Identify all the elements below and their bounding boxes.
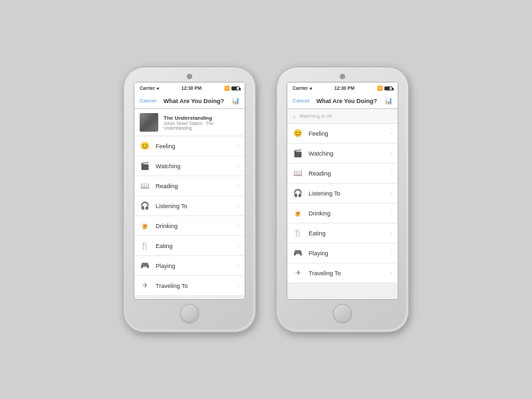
list-item[interactable]: 🎧 Listening To › xyxy=(134,196,245,216)
list-item-left: 🍺 Drinking xyxy=(140,221,178,230)
list-item-left: 🎧 Listening To xyxy=(140,201,188,210)
list-item[interactable]: 📖 Reading › xyxy=(134,176,245,196)
chevron-right-icon: › xyxy=(237,183,239,189)
list-item[interactable]: ✈ Traveling To › xyxy=(287,263,398,283)
chart-icon[interactable]: 📊 xyxy=(231,97,239,104)
list-item-label: Drinking xyxy=(309,210,331,217)
traveling-to-icon: ✈ xyxy=(293,269,303,277)
list-item-label: Traveling To xyxy=(156,283,188,289)
list-item[interactable]: 🎮 Playing › xyxy=(287,243,398,263)
list-item-label: Traveling To xyxy=(309,270,341,277)
chevron-right-icon: › xyxy=(390,190,392,196)
carrier-label: Carrier ◂ xyxy=(293,86,312,91)
chevron-right-icon: › xyxy=(390,270,392,276)
wifi-icon: 🛜 xyxy=(224,86,230,91)
eating-icon: 🍴 xyxy=(293,229,303,237)
list-item[interactable]: 🍴 Eating › xyxy=(287,223,398,243)
phone-right: Carrier ◂ 12:30 PM 🛜 Cancel What Are You… xyxy=(276,66,409,332)
music-info: The Understanding Jones Street Station ·… xyxy=(164,115,239,130)
listening-to-icon: 🎧 xyxy=(140,201,150,210)
cancel-button[interactable]: Cancel xyxy=(293,98,309,104)
list-item-left: 📖 Reading xyxy=(293,169,331,178)
watching-icon: 🎬 xyxy=(140,162,150,170)
reading-icon: 📖 xyxy=(293,169,303,178)
reading-icon: 📖 xyxy=(140,182,150,190)
list-item-left: 🍴 Eating xyxy=(293,229,326,237)
list-item-left: 😊 Feeling xyxy=(293,129,329,138)
matching-arrow-icon: ↓ xyxy=(293,113,296,120)
chevron-right-icon: › xyxy=(390,250,392,256)
nav-bar: Cancel What Are You Doing? 📊 xyxy=(134,93,245,109)
list-item[interactable]: ✈ Traveling To › xyxy=(134,276,245,296)
list-item-label: Watching xyxy=(156,163,180,170)
activity-list: 😊 Feeling › 🎬 Watching › 📖 Reading › 🎧 L… xyxy=(287,124,398,283)
music-row[interactable]: The Understanding Jones Street Station ·… xyxy=(134,109,245,136)
list-item[interactable]: 🍴 Eating › xyxy=(134,236,245,256)
home-button[interactable] xyxy=(333,304,352,323)
status-right: 🛜 xyxy=(377,86,392,91)
list-item[interactable]: 😊 Feeling › xyxy=(287,124,398,144)
cancel-button[interactable]: Cancel xyxy=(140,98,156,104)
chevron-right-icon: › xyxy=(390,130,392,136)
list-item-left: 🍺 Drinking xyxy=(293,209,331,217)
phone-screen: Carrier ◂ 12:30 PM 🛜 Cancel What Are You… xyxy=(134,82,245,300)
list-item-left: 📖 Reading xyxy=(140,182,178,190)
speaker-dot xyxy=(187,74,192,79)
listening-to-icon: 🎧 xyxy=(293,189,303,198)
chevron-right-icon: › xyxy=(237,283,239,289)
list-item[interactable]: 🍺 Drinking › xyxy=(287,203,398,223)
status-right: 🛜 xyxy=(224,86,239,91)
traveling-to-icon: ✈ xyxy=(140,281,150,290)
list-item-left: 🎬 Watching xyxy=(140,162,180,170)
feeling-icon: 😊 xyxy=(140,142,150,150)
chevron-right-icon: › xyxy=(390,150,392,156)
playing-icon: 🎮 xyxy=(293,249,303,257)
list-item-left: 🍴 Eating xyxy=(140,241,173,250)
feeling-icon: 😊 xyxy=(293,129,303,138)
music-subtitle: Jones Street Station · The Understanding xyxy=(164,121,239,130)
list-item-left: 🎬 Watching xyxy=(293,149,333,158)
phone-left: Carrier ◂ 12:30 PM 🛜 Cancel What Are You… xyxy=(123,66,256,332)
chevron-right-icon: › xyxy=(390,170,392,176)
list-item-label: Drinking xyxy=(156,223,178,229)
chevron-right-icon: › xyxy=(237,203,239,209)
nav-title: What Are You Doing? xyxy=(317,98,377,104)
matching-off-label: Matching is off. xyxy=(300,113,333,119)
list-item-label: Playing xyxy=(309,250,329,257)
chevron-right-icon: › xyxy=(237,263,239,269)
battery-icon xyxy=(231,86,239,90)
list-item-label: Feeling xyxy=(156,143,176,150)
chart-icon[interactable]: 📊 xyxy=(384,97,392,104)
list-item[interactable]: 🎧 Listening To › xyxy=(287,184,398,203)
wifi-icon: 🛜 xyxy=(377,86,383,91)
nav-bar: Cancel What Are You Doing? 📊 xyxy=(287,93,398,109)
time-label: 12:30 PM xyxy=(334,86,354,90)
list-item-label: Eating xyxy=(156,243,173,249)
chevron-right-icon: › xyxy=(237,243,239,249)
status-bar: Carrier ◂ 12:30 PM 🛜 xyxy=(287,82,398,93)
list-item-left: ✈ Traveling To xyxy=(293,269,341,277)
list-item-label: Feeling xyxy=(309,130,329,137)
list-item[interactable]: 🎬 Watching › xyxy=(287,144,398,164)
list-item[interactable]: 🎬 Watching › xyxy=(134,156,245,176)
phones-container: Carrier ◂ 12:30 PM 🛜 Cancel What Are You… xyxy=(123,66,409,332)
list-item-label: Playing xyxy=(156,263,176,269)
list-item-left: 😊 Feeling xyxy=(140,142,176,150)
chevron-right-icon: › xyxy=(390,230,392,236)
chevron-right-icon: › xyxy=(390,210,392,216)
list-item[interactable]: 📖 Reading › xyxy=(287,164,398,184)
matching-off-row: ↓ Matching is off. xyxy=(287,109,398,124)
album-art xyxy=(140,113,158,132)
activity-list: 😊 Feeling › 🎬 Watching › 📖 Reading › 🎧 L… xyxy=(134,136,245,296)
drinking-icon: 🍺 xyxy=(293,209,303,217)
home-button[interactable] xyxy=(180,304,199,323)
status-bar: Carrier ◂ 12:30 PM 🛜 xyxy=(134,82,245,93)
list-item[interactable]: 😊 Feeling › xyxy=(134,136,245,156)
speaker-dot xyxy=(340,74,345,79)
chevron-right-icon: › xyxy=(237,143,239,149)
battery-icon xyxy=(384,86,392,90)
list-item-label: Watching xyxy=(309,150,333,157)
list-item[interactable]: 🍺 Drinking › xyxy=(134,216,245,236)
list-item[interactable]: 🎮 Playing › xyxy=(134,256,245,276)
list-item-left: ✈ Traveling To xyxy=(140,281,188,290)
